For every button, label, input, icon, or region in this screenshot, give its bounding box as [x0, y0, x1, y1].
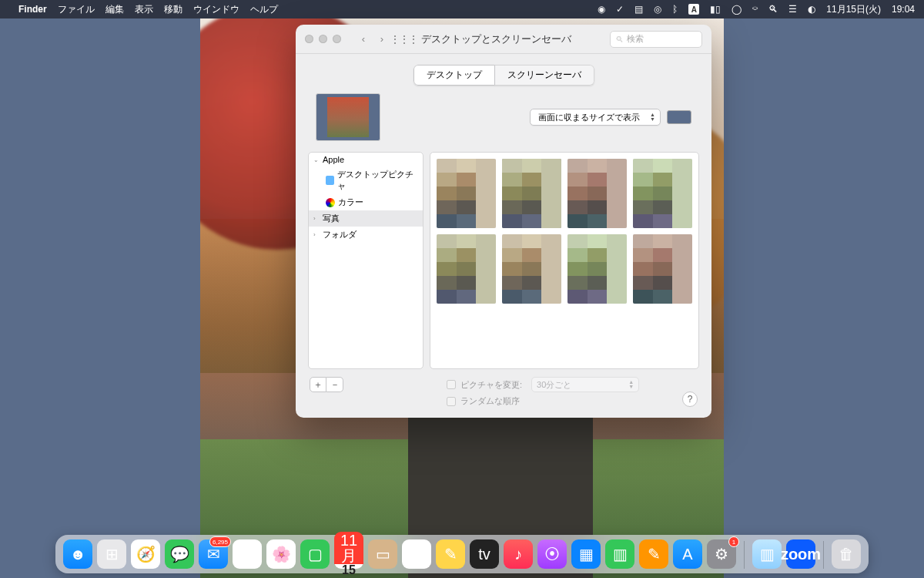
- dock-appstore[interactable]: A: [673, 539, 702, 569]
- dock-messages[interactable]: 💬: [165, 539, 194, 569]
- sysprefs-badge: 1: [728, 536, 739, 547]
- dock: ☻ ⊞ 🧭 💬 ✉6,295 ➤ 🌸 ▢ 11月15 ▭ ☲ ✎ tv ♪ ⦿ …: [55, 535, 869, 573]
- source-tree: ⌄Apple デスクトップピクチャ カラー ›写真 ›フォルダ: [308, 152, 424, 369]
- wifi-icon[interactable]: ⌔: [752, 4, 758, 15]
- dock-notes[interactable]: ✎: [436, 539, 465, 569]
- desktop-preview: [316, 93, 380, 141]
- dock-photos[interactable]: 🌸: [266, 539, 296, 569]
- fit-mode-select[interactable]: 画面に収まるサイズで表示 ▲▼: [530, 109, 661, 126]
- dock-downloads[interactable]: ▥: [752, 539, 782, 569]
- close-button[interactable]: [305, 35, 313, 43]
- thumbnail-grid: [430, 152, 699, 369]
- tree-desktop-pictures[interactable]: デスクトップピクチャ: [309, 166, 423, 194]
- menu-file[interactable]: ファイル: [58, 3, 95, 16]
- menu-edit[interactable]: 編集: [105, 3, 124, 16]
- mail-badge: 6,295: [209, 536, 231, 547]
- help-button[interactable]: ?: [682, 391, 698, 407]
- tree-folders[interactable]: ›フォルダ: [309, 227, 423, 243]
- thumbnail-8[interactable]: [633, 234, 692, 304]
- random-order-label: ランダムな順序: [460, 395, 520, 407]
- thumbnail-6[interactable]: [502, 234, 561, 304]
- folder-icon: [326, 176, 334, 185]
- prefs-window: ‹ › ⋮⋮⋮ デスクトップとスクリーンセーバ 🔍︎ 検索 デスクトップ スクリ…: [296, 25, 711, 418]
- dock-zoom[interactable]: zoom: [786, 539, 815, 569]
- thumbnail-4[interactable]: [633, 159, 692, 228]
- menubar-time[interactable]: 19:04: [892, 4, 915, 15]
- dock-tv[interactable]: tv: [470, 539, 499, 569]
- input-source-icon[interactable]: A: [688, 4, 699, 15]
- change-picture-checkbox[interactable]: [447, 380, 456, 389]
- tree-colors[interactable]: カラー: [309, 194, 423, 210]
- menu-help[interactable]: ヘルプ: [250, 3, 278, 16]
- dock-launchpad[interactable]: ⊞: [97, 539, 126, 569]
- thumbnail-7[interactable]: [567, 234, 627, 304]
- dock-calendar[interactable]: 11月15: [334, 539, 363, 569]
- dock-numbers[interactable]: ▥: [605, 539, 634, 569]
- dock-separator: [744, 541, 745, 569]
- updown-icon: ▲▼: [628, 380, 634, 389]
- menu-window[interactable]: ウインドウ: [193, 3, 239, 16]
- zoom-button[interactable]: [333, 35, 341, 43]
- minimize-button[interactable]: [319, 35, 327, 43]
- prefs-titlebar[interactable]: ‹ › ⋮⋮⋮ デスクトップとスクリーンセーバ 🔍︎ 検索: [296, 25, 711, 54]
- control-center-icon[interactable]: ☰: [788, 4, 797, 15]
- dock-trash[interactable]: 🗑: [832, 539, 861, 569]
- change-interval-select: 30分ごと ▲▼: [531, 377, 639, 392]
- status-icon-1[interactable]: ◉: [598, 4, 605, 15]
- tree-apple[interactable]: ⌄Apple: [309, 153, 423, 166]
- search-icon: 🔍︎: [615, 35, 624, 44]
- dock-mail[interactable]: ✉6,295: [199, 539, 228, 569]
- airplay-icon[interactable]: ◎: [654, 4, 661, 15]
- siri-icon[interactable]: ◐: [808, 4, 815, 15]
- dock-music[interactable]: ♪: [504, 539, 533, 569]
- search-field[interactable]: 🔍︎ 検索: [610, 31, 702, 48]
- dock-keynote[interactable]: ▦: [571, 539, 601, 569]
- remove-source-button[interactable]: －: [326, 377, 343, 392]
- clipboard-icon[interactable]: ▤: [634, 4, 643, 15]
- thumbnail-2[interactable]: [502, 159, 561, 228]
- menu-view[interactable]: 表示: [135, 3, 153, 16]
- dock-podcasts[interactable]: ⦿: [537, 539, 567, 569]
- dock-maps[interactable]: ➤: [233, 539, 262, 569]
- forward-button[interactable]: ›: [373, 32, 390, 47]
- dock-contacts[interactable]: ▭: [368, 539, 397, 569]
- dock-reminders[interactable]: ☲: [402, 539, 431, 569]
- random-order-checkbox: [447, 397, 456, 406]
- menu-bar: Finder ファイル 編集 表示 移動 ウインドウ ヘルプ ◉ ✓ ▤ ◎ ᛒ…: [0, 0, 924, 18]
- fill-color-swatch[interactable]: [667, 110, 691, 124]
- status-icon-2[interactable]: ✓: [616, 4, 624, 15]
- menu-go[interactable]: 移動: [164, 3, 182, 16]
- show-all-button[interactable]: ⋮⋮⋮: [397, 32, 412, 47]
- tab-desktop[interactable]: デスクトップ: [413, 65, 495, 86]
- spotlight-icon[interactable]: 🔍︎: [768, 4, 778, 15]
- updown-icon: ▲▼: [650, 113, 655, 122]
- battery-icon[interactable]: ▮▯: [710, 4, 721, 15]
- traffic-lights: [305, 35, 341, 43]
- menubar-app-name[interactable]: Finder: [18, 4, 47, 15]
- fit-mode-label: 画面に収まるサイズで表示: [538, 112, 640, 123]
- thumbnail-3[interactable]: [567, 159, 627, 228]
- dock-facetime[interactable]: ▢: [300, 539, 330, 569]
- dock-system-preferences[interactable]: ⚙1: [707, 539, 736, 569]
- dock-separator: [823, 541, 824, 569]
- thumbnail-1[interactable]: [437, 159, 496, 228]
- add-source-button[interactable]: ＋: [310, 377, 326, 392]
- tab-screensaver[interactable]: スクリーンセーバ: [495, 65, 594, 86]
- tabs-segment: デスクトップ スクリーンセーバ: [413, 65, 594, 86]
- dock-safari[interactable]: 🧭: [131, 539, 160, 569]
- menubar-date[interactable]: 11月15日(火): [826, 3, 881, 16]
- window-title: デスクトップとスクリーンセーバ: [421, 32, 571, 46]
- tree-photos[interactable]: ›写真: [309, 210, 423, 227]
- bluetooth-icon[interactable]: ᛒ: [672, 4, 678, 15]
- dock-finder[interactable]: ☻: [63, 539, 92, 569]
- color-icon: [326, 198, 335, 207]
- change-picture-label: ピクチャを変更:: [460, 379, 522, 391]
- thumbnail-5[interactable]: [437, 234, 496, 304]
- dock-pages[interactable]: ✎: [639, 539, 668, 569]
- back-button[interactable]: ‹: [355, 32, 372, 47]
- user-icon[interactable]: ◯: [732, 4, 742, 15]
- search-placeholder: 検索: [627, 33, 644, 45]
